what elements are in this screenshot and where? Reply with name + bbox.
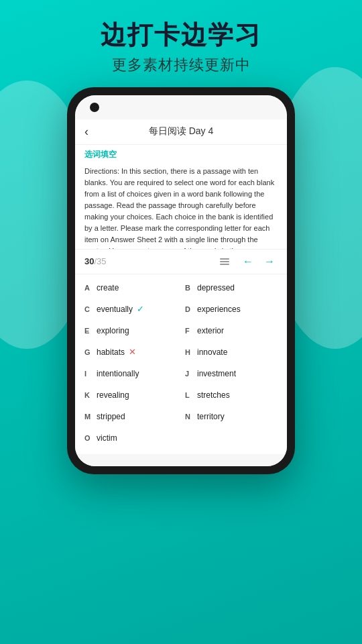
word-letter: M [84,413,94,421]
word-text: create [97,283,119,292]
word-letter: C [84,305,94,313]
word-letter: H [185,348,194,356]
word-text: intentionally [97,369,139,378]
phone-bottom-curve [75,454,287,466]
prev-button[interactable]: ← [240,254,256,270]
word-cell-e[interactable]: Eexploring [80,320,181,341]
page-title: 边打卡边学习 [13,20,349,51]
nav-arrows: ← → [240,254,278,270]
phone-screen: ‹ 每日阅读 Day 4 选词填空 Directions: In this se… [75,95,287,466]
progress-current: 30/35 [84,256,107,266]
word-cell-d[interactable]: Dexperiences [181,299,282,320]
word-cell-o[interactable]: Ovictim [80,427,181,449]
word-cell-j[interactable]: Jinvestment [181,363,282,384]
cross-icon: ✕ [129,347,136,357]
word-cell-i[interactable]: Iintentionally [80,363,181,384]
word-text: territory [197,412,225,421]
nav-bar: ‹ 每日阅读 Day 4 [75,119,287,145]
word-text: depressed [197,283,235,292]
word-text: eventually [97,305,133,314]
word-cell-a[interactable]: Acreate [80,277,181,299]
header-area: 边打卡边学习 更多素材持续更新中 [0,0,362,87]
word-letter: N [185,413,194,421]
word-letter: D [185,305,194,313]
word-text: investment [197,369,236,378]
word-letter: L [185,391,194,399]
camera-hole [90,103,99,112]
section-label: 选词填空 [75,145,287,163]
phone-mockup: ‹ 每日阅读 Day 4 选词填空 Directions: In this se… [67,87,295,474]
word-letter: A [84,284,94,292]
word-letter: B [185,284,194,292]
word-letter: O [84,434,94,442]
word-text: stripped [97,412,125,421]
word-cell-m[interactable]: Mstripped [80,406,181,427]
word-cell-k[interactable]: Krevealing [80,384,181,406]
page-subtitle: 更多素材持续更新中 [13,55,349,75]
word-text: exterior [197,326,224,335]
word-text: revealing [97,390,129,400]
nav-title: 每日阅读 Day 4 [98,125,264,138]
passage-text: Directions: In this section, there is a … [75,163,287,249]
word-cell-b[interactable]: Bdepressed [181,277,282,299]
word-text: experiences [197,305,241,314]
phone-top-bar [75,95,287,119]
word-cell-g[interactable]: Ghabitats✕ [80,341,181,363]
word-cell-f[interactable]: Fexterior [181,320,282,341]
word-cell-h[interactable]: Hinnovate [181,341,282,363]
word-cell-l[interactable]: Lstretches [181,384,282,406]
menu-icon[interactable] [220,258,229,265]
check-icon: ✓ [137,304,144,314]
word-cell-empty [181,427,282,449]
word-cell-c[interactable]: Ceventually✓ [80,299,181,320]
word-letter: G [84,348,94,356]
word-text: innovate [197,347,227,357]
word-letter: I [84,370,94,378]
word-text: victim [97,433,117,443]
menu-line-3 [220,264,229,265]
word-text: stretches [197,390,230,400]
word-text: habitats [97,347,125,357]
word-cell-n[interactable]: Nterritory [181,406,282,427]
word-letter: J [185,370,194,378]
word-text: exploring [97,326,129,335]
word-letter: F [185,327,194,335]
menu-line-2 [220,261,229,262]
app-content: ‹ 每日阅读 Day 4 选词填空 Directions: In this se… [75,119,287,454]
word-letter: E [84,327,94,335]
progress-bar: 30/35 ← → [75,249,287,274]
menu-line-1 [220,258,229,260]
next-button[interactable]: → [261,254,278,270]
word-grid: AcreateBdepressedCeventually✓Dexperience… [75,274,287,454]
back-button[interactable]: ‹ [84,125,98,139]
word-letter: K [84,391,94,399]
